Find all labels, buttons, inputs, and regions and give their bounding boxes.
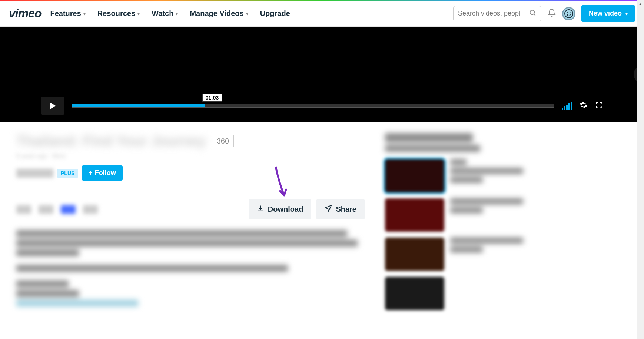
video-meta: 6 years ago · More [16, 153, 365, 160]
vimeo-logo[interactable]: vimeo [9, 7, 41, 20]
main-column: Thailand: Find Your Journey 360 6 years … [16, 133, 365, 316]
download-label: Download [268, 205, 303, 214]
search-input[interactable] [458, 10, 529, 17]
plus-badge: PLUS [57, 169, 78, 178]
share-icon [325, 205, 332, 214]
progress-bar[interactable] [72, 104, 554, 108]
avatar-face-icon [564, 9, 573, 18]
progress-wrap: 01:03 [72, 104, 554, 108]
share-button[interactable]: Share [316, 199, 365, 219]
chevron-down-icon: ▾ [246, 11, 248, 16]
actions-row: Download Share [16, 199, 365, 219]
svg-point-0 [530, 10, 534, 14]
nav-manage-videos[interactable]: Manage Videos ▾ [190, 9, 248, 18]
nav-features-label: Features [50, 9, 81, 18]
chevron-down-icon: ▾ [625, 11, 628, 16]
chevron-down-icon: ▾ [176, 11, 178, 16]
player-controls: 01:03 [0, 97, 644, 115]
nav-watch[interactable]: Watch ▾ [152, 9, 178, 18]
title-row: Thailand: Find Your Journey 360 [16, 133, 365, 149]
related-item[interactable] [385, 198, 531, 232]
content-area: Thailand: Find Your Journey 360 6 years … [0, 122, 644, 327]
video-stats [16, 205, 98, 214]
author-row: PLUS + Follow [16, 165, 365, 181]
video-description [16, 230, 365, 306]
related-item[interactable] [385, 238, 531, 271]
settings-icon[interactable] [580, 101, 588, 111]
nav-manage-label: Manage Videos [190, 9, 243, 18]
related-item[interactable] [385, 277, 531, 310]
new-video-label: New video [589, 10, 622, 17]
fullscreen-icon[interactable] [595, 101, 603, 111]
scroll-up-icon[interactable]: ▲ [637, 0, 644, 7]
related-thumbnail[interactable] [385, 159, 444, 192]
video-title: Thailand: Find Your Journey [16, 133, 206, 149]
download-button[interactable]: Download [249, 199, 312, 219]
sidebar-header [385, 133, 531, 152]
related-item[interactable] [385, 159, 531, 192]
nav-resources[interactable]: Resources ▾ [97, 9, 140, 18]
nav-resources-label: Resources [97, 9, 135, 18]
play-icon [50, 102, 56, 110]
action-buttons: Download Share [249, 199, 365, 219]
notifications-icon[interactable] [547, 9, 556, 19]
time-tooltip: 01:03 [202, 94, 222, 102]
share-label: Share [336, 205, 356, 214]
sidebar-column [376, 133, 531, 316]
related-thumbnail[interactable] [385, 198, 444, 232]
nav-upgrade[interactable]: Upgrade [260, 9, 290, 18]
follow-button[interactable]: + Follow [82, 165, 123, 181]
plus-icon: + [89, 169, 93, 177]
scrollbar[interactable]: ▲ [637, 0, 644, 327]
play-button[interactable] [41, 97, 64, 115]
related-thumbnail[interactable] [385, 277, 444, 310]
author-name[interactable] [16, 169, 53, 178]
badge-360: 360 [212, 135, 234, 147]
divider [16, 192, 365, 192]
new-video-button[interactable]: New video ▾ [581, 5, 635, 22]
nav-upgrade-label: Upgrade [260, 9, 290, 18]
svg-line-1 [534, 14, 535, 15]
search-box[interactable] [453, 6, 541, 21]
main-nav: Features ▾ Resources ▾ Watch ▾ Manage Vi… [50, 9, 453, 18]
related-thumbnail[interactable] [385, 238, 444, 271]
search-icon[interactable] [529, 9, 537, 18]
follow-label: Follow [95, 169, 116, 177]
video-player[interactable]: 01:03 [0, 27, 644, 122]
nav-watch-label: Watch [152, 9, 173, 18]
volume-control[interactable] [562, 102, 572, 110]
chevron-down-icon: ▾ [137, 11, 140, 16]
nav-features[interactable]: Features ▾ [50, 9, 85, 18]
progress-fill [72, 104, 205, 107]
user-avatar[interactable] [562, 7, 575, 20]
chevron-down-icon: ▾ [83, 11, 86, 16]
main-header: vimeo Features ▾ Resources ▾ Watch ▾ Man… [0, 1, 644, 27]
download-icon [257, 205, 264, 214]
